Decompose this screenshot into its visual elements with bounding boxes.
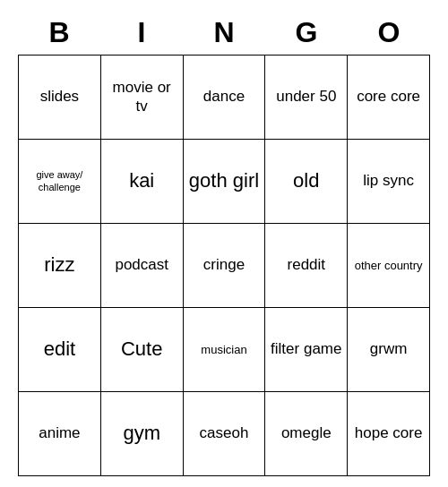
cell-9: lip sync [348, 140, 430, 224]
cell-text-7: goth girl [189, 169, 259, 192]
cell-18: filter game [265, 308, 348, 392]
bingo-grid: slidesmovie or tvdanceunder 50core coreg… [18, 55, 430, 476]
header-letter-b: B [18, 11, 100, 55]
cell-text-14: other country [355, 259, 423, 273]
cell-5: give away/ challenge [19, 140, 101, 224]
cell-15: edit [19, 308, 101, 392]
cell-13: reddit [265, 224, 348, 308]
cell-23: omegle [265, 392, 348, 476]
cell-text-4: core core [357, 88, 420, 106]
cell-11: podcast [101, 224, 184, 308]
header-letter-g: G [265, 11, 348, 55]
cell-7: goth girl [184, 140, 266, 224]
cell-22: caseoh [184, 392, 266, 476]
cell-4: core core [348, 56, 430, 140]
cell-text-3: under 50 [276, 88, 336, 106]
cell-12: cringe [184, 224, 266, 308]
cell-text-16: Cute [121, 337, 162, 361]
cell-text-11: podcast [115, 256, 168, 274]
cell-8: old [265, 140, 348, 224]
cell-0: slides [19, 56, 101, 140]
cell-text-13: reddit [288, 256, 326, 274]
cell-text-15: edit [44, 337, 75, 361]
cell-19: grwm [348, 308, 430, 392]
cell-text-22: caseoh [200, 424, 249, 442]
cell-text-19: grwm [370, 340, 408, 358]
bingo-header: BINGO [18, 11, 430, 55]
cell-21: gym [101, 392, 184, 476]
cell-20: anime [19, 392, 101, 476]
cell-text-23: omegle [281, 424, 332, 442]
cell-6: kai [101, 140, 184, 224]
bingo-card: BINGO slidesmovie or tvdanceunder 50core… [18, 11, 430, 476]
cell-24: hope core [348, 392, 430, 476]
cell-text-1: movie or tv [105, 79, 179, 115]
cell-text-0: slides [40, 88, 79, 106]
cell-text-5: give away/ challenge [22, 169, 97, 192]
cell-text-21: gym [123, 422, 160, 445]
header-letter-i: I [100, 11, 183, 55]
cell-text-18: filter game [271, 340, 341, 358]
cell-text-12: cringe [203, 256, 245, 274]
cell-10: rizz [19, 224, 101, 308]
cell-text-8: old [293, 169, 319, 192]
header-letter-n: N [183, 11, 265, 55]
header-letter-o: O [348, 11, 430, 55]
cell-16: Cute [101, 308, 184, 392]
cell-3: under 50 [265, 56, 348, 140]
cell-text-6: kai [129, 169, 154, 192]
cell-2: dance [184, 56, 266, 140]
cell-text-20: anime [39, 424, 80, 442]
cell-text-24: hope core [355, 424, 423, 442]
cell-14: other country [348, 224, 430, 308]
cell-1: movie or tv [101, 56, 184, 140]
cell-text-9: lip sync [363, 172, 414, 190]
cell-text-17: musician [201, 343, 246, 357]
cell-text-10: rizz [44, 253, 74, 277]
cell-text-2: dance [203, 88, 245, 106]
cell-17: musician [184, 308, 266, 392]
